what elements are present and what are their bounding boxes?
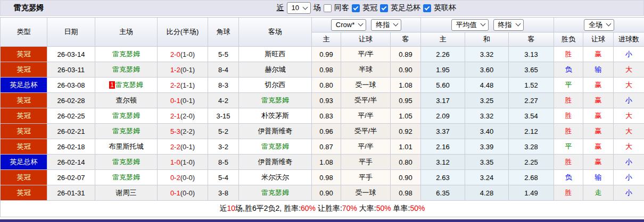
match-date: 26-03-14 (47, 47, 95, 62)
euro-draw-odds: 3.39 (465, 139, 509, 155)
odds-stage-select[interactable]: 终指 (371, 19, 401, 31)
match-type-badge: 英冠 (1, 93, 47, 108)
summary-segment: 50% (410, 204, 425, 212)
euro-away-odds: 2.25 (509, 155, 554, 170)
result-handicap: 赢 (583, 155, 614, 170)
match-history-table: 类型 日期 主场 比分(半场) 角球 客场 Crow* 终指 (0, 17, 644, 217)
result-handicap: 赢 (583, 139, 614, 155)
col-away: 客场 (239, 18, 312, 47)
euro-stage-select[interactable]: 终指 (493, 19, 524, 31)
away-team: 朴茨茅斯 (239, 108, 312, 124)
handicap-home-odds: 0.96 (312, 124, 341, 139)
accent-bar (0, 219, 644, 222)
euro-away-odds: 1.52 (509, 78, 554, 93)
match-type-badge: 英冠 (1, 124, 47, 139)
home-team: 雷克瑟姆 (95, 124, 158, 139)
euro-draw-odds: 3.60 (465, 62, 509, 78)
col-euro-away: 客 (509, 32, 554, 47)
match-score: 0-2(0-0) (158, 170, 208, 185)
match-date: 26-02-21 (47, 124, 95, 139)
result-handicap: 赢 (583, 47, 614, 62)
chevron-down-icon (515, 21, 521, 27)
summary-segment: 让胜率: (316, 204, 342, 212)
team-title: 雷克瑟姆 (14, 3, 44, 13)
away-team: 切尔西 (239, 78, 312, 93)
filter-leaguecup-checkbox[interactable] (423, 4, 431, 12)
table-row: 英足总杯26-02-14雷克瑟姆1-0(1-0)8-5伊普斯维奇1.08平手0.… (1, 155, 644, 170)
euro-home-odds: 6.35 (421, 185, 465, 201)
match-score: 2-1(2-0) (158, 108, 208, 124)
filter-league-checkbox[interactable] (352, 4, 360, 12)
handicap-away-odds: 0.95 (391, 93, 421, 108)
same-away-checkbox[interactable] (324, 4, 332, 12)
col-date: 日期 (47, 18, 95, 47)
handicap-home-odds: 0.98 (312, 170, 341, 185)
match-date: 26-02-07 (47, 170, 95, 185)
result-goals: 大 (614, 108, 644, 124)
corner-count: 5-4 (208, 170, 239, 185)
result-outcome: 平 (554, 139, 583, 155)
result-handicap: 赢 (583, 108, 614, 124)
away-team: 雷克瑟姆 (239, 93, 312, 108)
filter-league-label: 英冠 (362, 3, 377, 13)
euro-source-select[interactable]: 平均值 (451, 19, 489, 31)
filter-facup-checkbox[interactable] (380, 4, 388, 12)
euro-away-odds: 3.28 (509, 139, 554, 155)
odds-company-value: Crow* (336, 20, 354, 29)
handicap-home-odds: 0.83 (312, 108, 341, 124)
result-handicap: 赢 (583, 124, 614, 139)
summary-text: 近10场,胜6平2负2, 胜率:60% 让胜率:70% 大率:50% 单率:50… (220, 204, 425, 212)
away-team: 雷克瑟姆 (239, 139, 312, 155)
away-team: 赫尔城 (239, 62, 312, 78)
result-outcome: 负 (554, 170, 583, 185)
scope-select[interactable]: 全场 (584, 19, 614, 31)
handicap-away-odds: 0.89 (391, 47, 421, 62)
euro-home-odds: 3.17 (421, 93, 465, 108)
handicap-home-odds: 0.93 (312, 93, 341, 108)
col-score: 比分(半场) (158, 18, 208, 47)
match-score: 2-2(0-1) (158, 139, 208, 155)
home-team: 雷克瑟姆 (95, 170, 158, 185)
match-rows: 英冠26-03-14雷克瑟姆2-0(1-0)5-5斯旺西0.99平/半0.892… (1, 47, 644, 201)
table-row: 英冠26-02-18布里斯托城2-2(0-1)3-2雷克瑟姆0.87平/半1.0… (1, 139, 644, 155)
home-team: 雷克瑟姆 (95, 47, 158, 62)
result-outcome: 胜 (554, 108, 583, 124)
euro-away-odds: 3.13 (509, 47, 554, 62)
corner-count: 5-2 (208, 124, 239, 139)
euro-draw-odds: 4.48 (465, 78, 509, 93)
toolbar: 近 10 场 同客 英冠 英足总杯 英联杯 (277, 2, 456, 14)
col-euro-home: 主 (421, 32, 465, 47)
recent-count-select[interactable]: 10 (287, 2, 311, 14)
match-type-badge: 英冠 (1, 139, 47, 155)
corner-count: 4-2 (208, 93, 239, 108)
corner-count: 3-15 (208, 108, 239, 124)
match-score: 1-0(1-0) (158, 155, 208, 170)
col-handicap-away: 客 (391, 32, 421, 47)
match-date: 26-03-08 (47, 78, 95, 93)
odds-company-select[interactable]: Crow* (331, 19, 366, 31)
handicap-away-odds: 0.98 (391, 185, 421, 201)
recent-link[interactable]: 近 (277, 3, 284, 13)
same-away-label: 同客 (334, 3, 349, 13)
handicap-home-odds: 0.98 (312, 62, 341, 78)
result-goals: 小 (614, 93, 644, 108)
col-euro-draw: 和 (465, 32, 509, 47)
corner-count: 3-8 (208, 185, 239, 201)
euro-home-odds: 1.95 (421, 62, 465, 78)
corner-count: 8-5 (208, 155, 239, 170)
away-team: 斯旺西 (239, 47, 312, 62)
match-type-badge: 英冠 (1, 108, 47, 124)
euro-draw-odds: 3.40 (465, 124, 509, 139)
chevron-down-icon (606, 21, 612, 27)
euro-stage-value: 终指 (498, 20, 512, 29)
match-type-badge: 英冠 (1, 47, 47, 62)
table-row: 英冠26-02-28查尔顿0-1(0-1)4-2雷克瑟姆0.93受平/半0.95… (1, 93, 644, 108)
table-row: 英冠26-03-11雷克瑟姆1-2(0-1)8-4赫尔城0.98半球0.901.… (1, 62, 644, 78)
odds-stage-value: 终指 (376, 20, 390, 29)
table-row: 英冠26-02-21雷克瑟姆5-3(2-2)5-2伊普斯维奇0.96受平/半0.… (1, 124, 644, 139)
result-outcome: 平 (554, 78, 583, 93)
euro-away-odds: 3.54 (509, 108, 554, 124)
table-row: 英冠26-03-14雷克瑟姆2-0(1-0)5-5斯旺西0.99平/半0.892… (1, 47, 644, 62)
handicap-line: 受平/半 (341, 93, 391, 108)
summary-segment: 大率: (357, 204, 376, 212)
